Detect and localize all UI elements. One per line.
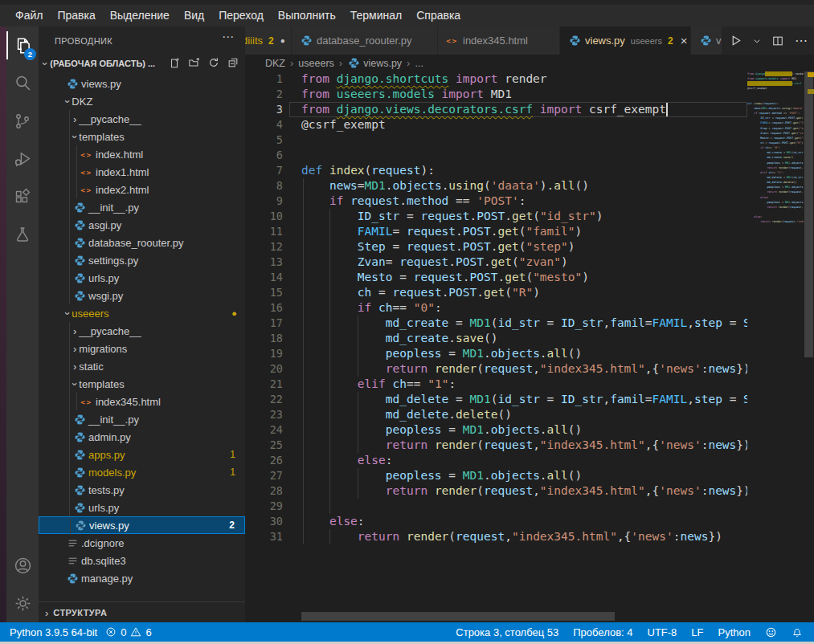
tree-item-settings.py[interactable]: settings.py <box>39 251 245 269</box>
tree-item-index.html[interactable]: <>index.html <box>39 145 245 163</box>
tree-item-__pycache__[interactable]: ›__pycache__ <box>39 110 245 128</box>
breadcrumb-item[interactable]: useeers <box>298 58 333 69</box>
py-file-icon <box>73 201 86 214</box>
feedback-icon[interactable] <box>765 626 777 638</box>
problem-badge: 1 <box>230 467 235 478</box>
tree-item-index345.html[interactable]: <>index345.html <box>39 393 245 410</box>
code-line-8: 8 news=MD1.objects.using('daata').all() <box>245 178 747 194</box>
active-indicator <box>6 31 8 59</box>
tab-index345.html[interactable]: <>index345.html <box>438 26 560 55</box>
menu-item-5[interactable]: Переход <box>211 5 271 26</box>
minimap[interactable]: from django.shortcuts import renderfrom … <box>747 71 804 280</box>
file-name: models.py <box>88 467 136 479</box>
more-icon[interactable]: ⋯ <box>795 33 808 48</box>
new-folder-icon[interactable] <box>188 57 200 71</box>
horizontal-scrollbar[interactable] <box>301 612 615 621</box>
tree-item-manage.py[interactable]: manage.py <box>39 569 245 587</box>
tree-item-urls.py[interactable]: urls.py <box>39 269 245 287</box>
tree-item-asgi.py[interactable]: asgi.py <box>39 216 245 234</box>
tree-item-views.py[interactable]: views.py2 <box>39 516 245 534</box>
code-line-15: 15 ch = request.POST.get("R") <box>245 285 747 300</box>
split-editor-icon[interactable] <box>772 35 783 47</box>
tree-item-migrations[interactable]: ›migrations <box>39 340 245 357</box>
vscode-window: ФайлПравкаВыделениеВидПереходВыполнитьТе… <box>0 0 814 644</box>
menu-item-7[interactable]: Терминал <box>343 5 409 26</box>
outline-section-header[interactable]: › СТРУКТУРА <box>39 601 245 623</box>
eol[interactable]: LF <box>691 626 703 638</box>
file-name: __pycache__ <box>79 113 141 125</box>
tree-item-database_roouter.py[interactable]: database_roouter.py <box>39 234 245 251</box>
tree-item-__pycache__[interactable]: ›__pycache__ <box>39 322 245 340</box>
tree-item-templates[interactable]: ›templates <box>39 375 245 393</box>
tab-diiits-partial[interactable]: diiits2● <box>245 26 292 55</box>
tree-item-index1.html[interactable]: <>index1.html <box>39 163 245 181</box>
py-file-icon <box>73 501 86 514</box>
tree-item-.dcignore[interactable]: .dcignore <box>39 534 245 552</box>
language-mode[interactable]: Python <box>718 626 751 638</box>
menu-item-4[interactable]: Вид <box>177 5 211 26</box>
vertical-scrollbar[interactable] <box>804 71 813 357</box>
breadcrumb-item[interactable]: views.py <box>363 58 402 69</box>
breadcrumb-item[interactable]: DKZ <box>265 58 285 69</box>
run-icon[interactable] <box>730 35 742 47</box>
encoding[interactable]: UTF-8 <box>648 626 677 638</box>
python-interpreter[interactable]: Python 3.9.5 64-bit <box>10 626 97 638</box>
tree-item-models.py[interactable]: models.py1 <box>39 463 245 481</box>
tree-item-index2.html[interactable]: <>index2.html <box>39 181 245 198</box>
tab-database_roouter.py[interactable]: database_roouter.py <box>292 26 438 55</box>
code-line-9: 9 if request.method == 'POST': <box>245 194 747 209</box>
tab-label: database_roouter.py <box>317 35 412 47</box>
workspace-section-header[interactable]: › (РАБОЧАЯ ОБЛАСТЬ) ... <box>39 55 245 72</box>
code-line-18: 18 md_create.save() <box>245 331 747 346</box>
refresh-icon[interactable] <box>208 57 219 71</box>
tree-item-db.sqlite3[interactable]: db.sqlite3 <box>39 552 245 569</box>
file-name: useeers <box>72 308 108 320</box>
tree-item-__init__.py[interactable]: __init__.py <box>39 198 245 216</box>
chevron-down-icon[interactable] <box>753 37 761 45</box>
tree-item-DKZ[interactable]: ›DKZ <box>39 92 245 110</box>
code-editor[interactable]: 1from django.shortcuts import render2fro… <box>245 71 747 569</box>
menu-item-8[interactable]: Справка <box>409 5 468 26</box>
breadcrumb-item[interactable]: ... <box>415 58 423 69</box>
file-name: index2.html <box>96 184 149 196</box>
activity-account[interactable] <box>6 547 39 585</box>
activity-testing[interactable] <box>6 215 39 253</box>
file-name: urls.py <box>88 502 119 514</box>
activity-run-debug[interactable] <box>6 140 39 177</box>
tree-item-useeers[interactable]: ›useeers● <box>39 304 245 322</box>
tree-item-urls.py[interactable]: urls.py <box>39 499 245 516</box>
file-name: views.py <box>81 78 121 90</box>
cursor-position[interactable]: Строка 3, столбец 53 <box>456 626 558 638</box>
new-file-icon[interactable] <box>169 57 180 71</box>
menu-item-6[interactable]: Выполнить <box>271 5 343 26</box>
activity-search[interactable] <box>6 64 39 102</box>
indentation[interactable]: Пробелов: 4 <box>573 626 632 638</box>
activity-explorer[interactable]: 2 <box>6 26 39 64</box>
explorer-title: ПРОВОДНИК <box>55 36 112 46</box>
menu-item-1[interactable]: Файл <box>8 5 50 26</box>
menu-item-2[interactable]: Правка <box>50 5 102 26</box>
problems-summary[interactable]: 06 <box>105 626 151 638</box>
file-name: database_roouter.py <box>88 237 184 249</box>
tree-item-apps.py[interactable]: apps.py1 <box>39 446 245 463</box>
activity-extensions[interactable] <box>6 177 39 215</box>
tree-item-admin.py[interactable]: admin.py <box>39 428 245 446</box>
close-icon[interactable]: × <box>681 34 688 47</box>
tab-label: diiits <box>245 35 263 47</box>
html-file-icon: <> <box>80 395 93 408</box>
tree-item-static[interactable]: ›static <box>39 357 245 375</box>
activity-source-control[interactable] <box>6 102 39 140</box>
tab-views.py[interactable]: views.pyuseeers2× <box>560 26 691 55</box>
tree-item-__init__.py[interactable]: __init__.py <box>39 410 245 428</box>
py-file-icon <box>347 57 360 70</box>
menu-item-3[interactable]: Выделение <box>103 5 177 26</box>
tree-item-templates[interactable]: ›templates <box>39 128 245 145</box>
bell-icon[interactable] <box>792 626 803 638</box>
file-name: settings.py <box>88 255 138 267</box>
tree-item-tests.py[interactable]: tests.py <box>39 481 245 499</box>
more-actions-icon[interactable]: ⋯ <box>222 30 234 44</box>
tree-item-wsgi.py[interactable]: wsgi.py <box>39 287 245 304</box>
tree-item-views.py[interactable]: views.py <box>39 75 245 92</box>
collapse-all-icon[interactable] <box>227 57 239 71</box>
activity-settings[interactable] <box>6 585 39 622</box>
